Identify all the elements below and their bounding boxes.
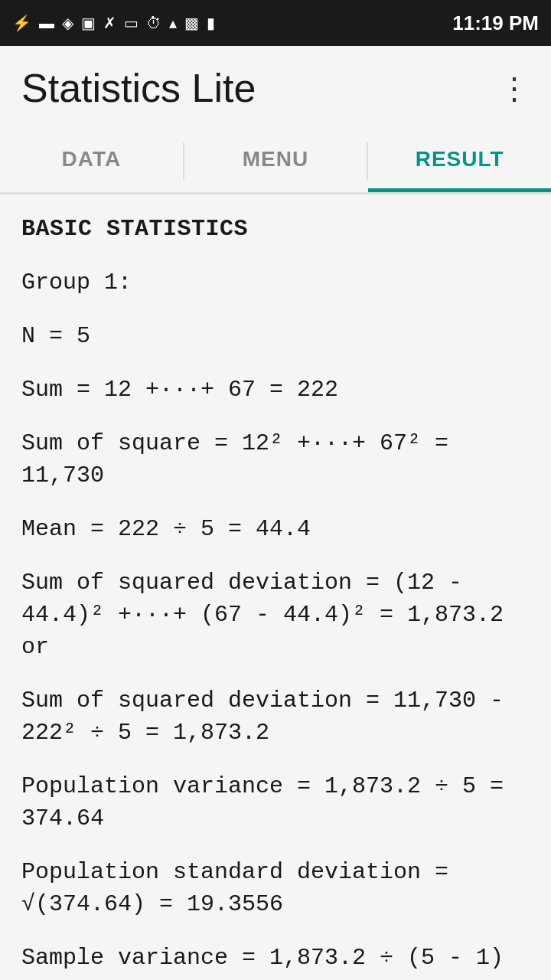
image-icon: ▬: [39, 15, 54, 32]
overflow-menu-button[interactable]: ⋮: [499, 73, 530, 103]
battery-icon: ▮: [207, 14, 215, 32]
tab-menu-label: MENU: [243, 147, 308, 172]
bluetooth-icon: ✗: [103, 14, 116, 32]
tab-result[interactable]: RESULT: [368, 130, 551, 192]
nfc-icon: ▭: [124, 14, 139, 32]
wifi-icon: ▴: [169, 14, 177, 32]
stat-pop-variance: Population variance = 1,873.2 ÷ 5 =374.6…: [21, 770, 530, 835]
section-title: BASIC STATISTICS: [21, 213, 530, 245]
signal-icon: ▩: [184, 14, 199, 32]
tab-data[interactable]: DATA: [0, 130, 183, 192]
tab-bar: DATA MENU RESULT: [0, 130, 551, 194]
status-bar-left: ⚡ ▬ ◈ ▣ ✗ ▭ ⏱ ▴ ▩ ▮: [12, 14, 215, 32]
stat-sum-of-square: Sum of square = 12² +···+ 67² =11,730: [21, 427, 530, 492]
status-bar-time: 11:19 PM: [452, 11, 539, 35]
result-content: BASIC STATISTICS Group 1: N = 5 Sum = 12…: [0, 194, 551, 980]
stat-sample-variance: Sample variance = 1,873.2 ÷ (5 - 1) =468…: [21, 942, 530, 980]
stat-ssd-2: Sum of squared deviation = 11,730 -222² …: [21, 684, 530, 749]
shield-icon: ◈: [62, 14, 73, 32]
tab-menu[interactable]: MENU: [184, 130, 367, 192]
time-display: 11:19 PM: [452, 11, 539, 35]
stat-ssd-1: Sum of squared deviation = (12 -44.4)² +…: [21, 567, 530, 663]
clipboard-icon: ▣: [81, 14, 96, 32]
usb-icon: ⚡: [12, 14, 31, 32]
alarm-icon: ⏱: [146, 15, 161, 32]
group-label: Group 1:: [21, 266, 530, 299]
stat-mean: Mean = 222 ÷ 5 = 44.4: [21, 513, 530, 545]
app-title: Statistics Lite: [21, 65, 256, 111]
tab-data-label: DATA: [62, 147, 122, 172]
stat-pop-std-dev: Population standard deviation =√(374.64)…: [21, 856, 530, 920]
app-bar: Statistics Lite ⋮: [0, 46, 551, 130]
status-bar: ⚡ ▬ ◈ ▣ ✗ ▭ ⏱ ▴ ▩ ▮ 11:19 PM: [0, 0, 551, 46]
tab-result-label: RESULT: [416, 147, 504, 172]
stat-sum: Sum = 12 +···+ 67 = 222: [21, 374, 530, 406]
stat-n: N = 5: [21, 320, 530, 352]
